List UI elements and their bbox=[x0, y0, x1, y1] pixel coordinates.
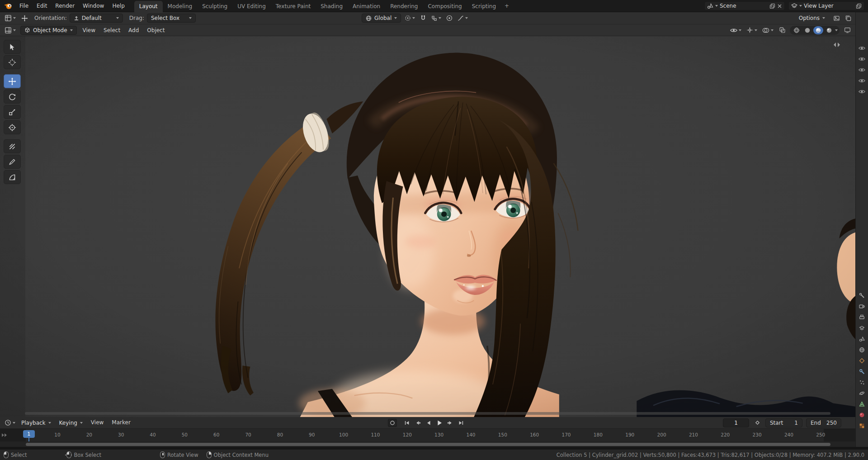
timeline-editor-type-button[interactable] bbox=[3, 418, 17, 427]
proportional-falloff-dropdown[interactable] bbox=[457, 14, 469, 23]
end-frame-field[interactable]: End 250 bbox=[806, 418, 841, 427]
tool-settings-extra-icon-1[interactable] bbox=[832, 14, 841, 23]
tool-rotate-button[interactable] bbox=[4, 90, 21, 104]
material-tab-icon[interactable] bbox=[859, 412, 865, 418]
gizmos-dropdown[interactable] bbox=[745, 26, 758, 35]
play-button[interactable] bbox=[435, 419, 444, 427]
3d-viewport[interactable] bbox=[0, 36, 855, 417]
mode-dropdown[interactable]: Object Mode bbox=[20, 26, 77, 35]
texture-tab-icon[interactable] bbox=[859, 423, 865, 429]
timeline-view-menu[interactable]: View bbox=[87, 417, 108, 428]
shading-material-button[interactable] bbox=[813, 26, 823, 34]
object-visibility-dropdown[interactable] bbox=[729, 26, 742, 35]
xray-toggle[interactable] bbox=[778, 26, 787, 35]
visibility-eye-icon[interactable] bbox=[859, 57, 865, 62]
visibility-eye-icon[interactable] bbox=[859, 67, 865, 72]
transform-orientation-dropdown[interactable]: Global bbox=[362, 14, 401, 23]
overlays-dropdown[interactable] bbox=[761, 26, 774, 35]
topbar-menu-item[interactable]: Render bbox=[51, 0, 79, 12]
jump-to-end-button[interactable] bbox=[457, 419, 466, 427]
viewport-extra-icon[interactable] bbox=[843, 26, 852, 35]
physics-tab-icon[interactable] bbox=[859, 390, 865, 396]
playback-dropdown[interactable]: Playback bbox=[17, 418, 55, 427]
tool-move-button[interactable] bbox=[4, 74, 21, 88]
workspace-tab[interactable]: Sculpting bbox=[197, 1, 232, 12]
snap-toggle[interactable] bbox=[419, 14, 428, 23]
editor-type-button[interactable] bbox=[3, 14, 18, 23]
start-frame-field[interactable]: Start 1 bbox=[765, 418, 802, 427]
topbar-menu-item[interactable]: Help bbox=[108, 0, 128, 12]
workspace-tab[interactable]: Animation bbox=[348, 1, 385, 12]
topbar-menu-item[interactable]: File bbox=[15, 0, 33, 12]
proportional-editing-toggle[interactable] bbox=[445, 14, 454, 23]
visibility-eye-icon[interactable] bbox=[859, 89, 865, 94]
modifier-tab-icon[interactable] bbox=[859, 369, 865, 375]
auto-keying-toggle[interactable] bbox=[388, 419, 397, 427]
tool-cursor-button[interactable] bbox=[4, 55, 21, 69]
tool-annotate-button[interactable] bbox=[4, 139, 21, 153]
visibility-eye-icon[interactable] bbox=[859, 46, 865, 51]
new-view-layer-icon[interactable] bbox=[856, 3, 862, 9]
world-tab-icon[interactable] bbox=[859, 347, 865, 353]
viewport-menu-item[interactable]: Add bbox=[124, 24, 143, 36]
workspace-tab[interactable]: Layout bbox=[134, 1, 163, 12]
next-keyframe-button[interactable] bbox=[446, 419, 455, 427]
tool-select-box-button[interactable] bbox=[4, 40, 21, 54]
play-reverse-button[interactable] bbox=[424, 419, 433, 427]
keyframe-icon[interactable] bbox=[753, 418, 762, 427]
topbar-menu-item[interactable]: Window bbox=[79, 0, 108, 12]
tool-add-cube-button[interactable] bbox=[4, 170, 21, 184]
workspace-tab[interactable]: Texture Paint bbox=[271, 1, 316, 12]
add-workspace-button[interactable]: + bbox=[501, 0, 513, 12]
shading-solid-button[interactable] bbox=[802, 26, 812, 34]
tool-scale-button[interactable] bbox=[4, 105, 21, 119]
particles-tab-icon[interactable] bbox=[859, 379, 865, 385]
blender-logo-icon[interactable] bbox=[4, 2, 13, 10]
workspace-tab[interactable]: Modeling bbox=[163, 1, 198, 12]
orientation-dropdown[interactable]: Default bbox=[70, 14, 123, 23]
tool-settings-extra-icon-2[interactable] bbox=[844, 14, 853, 23]
viewport-editor-type-button[interactable] bbox=[3, 26, 18, 35]
workspace-tab[interactable]: Compositing bbox=[423, 1, 467, 12]
snap-settings-dropdown[interactable] bbox=[430, 14, 442, 23]
render-tab-icon[interactable] bbox=[859, 304, 865, 309]
viewport-scrollbar[interactable] bbox=[25, 412, 830, 415]
tool-transform-button[interactable] bbox=[4, 120, 21, 134]
previous-keyframe-button[interactable] bbox=[413, 419, 422, 427]
workspace-tab[interactable]: Rendering bbox=[385, 1, 423, 12]
shading-wireframe-button[interactable] bbox=[792, 26, 802, 34]
object-data-tab-icon[interactable] bbox=[859, 401, 865, 407]
shading-dropdown-caret-icon[interactable] bbox=[835, 29, 838, 31]
viewport-menu-item[interactable]: Object bbox=[143, 24, 169, 36]
new-scene-icon[interactable] bbox=[769, 3, 775, 9]
tool-tab-icon[interactable] bbox=[859, 293, 865, 299]
jump-to-start-button[interactable] bbox=[402, 419, 411, 427]
scene-selector[interactable]: Scene bbox=[704, 1, 785, 10]
workspace-tab[interactable]: UV Editing bbox=[232, 1, 271, 12]
workspace-tab[interactable]: Shading bbox=[316, 1, 348, 12]
timeline-scrollbar[interactable] bbox=[26, 443, 830, 446]
timeline-ruler[interactable]: 1 11020304050607080901001101201301401501… bbox=[0, 429, 855, 441]
view-layer-selector[interactable]: View Layer bbox=[788, 1, 864, 10]
current-frame-playhead[interactable]: 1 bbox=[23, 430, 35, 438]
scene-tab-icon[interactable] bbox=[859, 336, 865, 342]
shading-rendered-button[interactable] bbox=[824, 26, 834, 34]
timeline-marker-menu[interactable]: Marker bbox=[108, 417, 134, 428]
unlink-scene-icon[interactable] bbox=[777, 4, 782, 9]
options-dropdown[interactable]: Options bbox=[795, 14, 829, 23]
viewport-menu-item[interactable]: View bbox=[79, 24, 99, 36]
region-toggle-arrows-icon[interactable] bbox=[834, 43, 840, 47]
visibility-eye-icon[interactable] bbox=[859, 78, 865, 83]
current-frame-field[interactable]: 1 bbox=[723, 418, 749, 427]
end-label: End bbox=[811, 420, 821, 426]
workspace-tab[interactable]: Scripting bbox=[467, 1, 501, 12]
transform-pivot-dropdown[interactable] bbox=[404, 14, 416, 23]
viewport-menu-item[interactable]: Select bbox=[99, 24, 124, 36]
output-tab-icon[interactable] bbox=[859, 314, 865, 320]
keying-dropdown[interactable]: Keying bbox=[55, 418, 87, 427]
drag-dropdown[interactable]: Select Box bbox=[147, 14, 196, 23]
object-tab-icon[interactable] bbox=[859, 358, 865, 364]
tool-measure-button[interactable] bbox=[4, 155, 21, 169]
topbar-menu-item[interactable]: Edit bbox=[33, 0, 51, 12]
view-layer-tab-icon[interactable] bbox=[859, 325, 865, 331]
